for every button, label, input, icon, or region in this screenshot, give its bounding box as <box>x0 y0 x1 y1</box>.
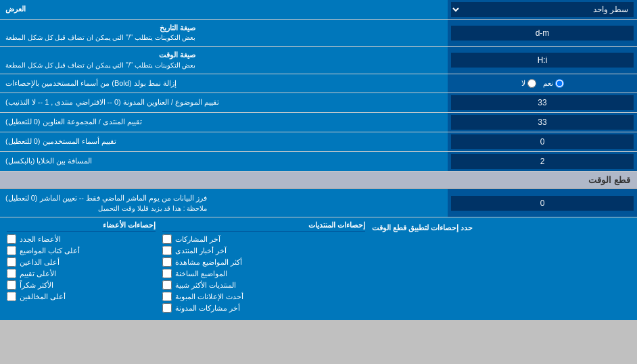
time-format-input[interactable] <box>451 53 634 68</box>
stats-item-members-6: أعلى المخالفين <box>7 292 156 301</box>
stats-item-members-3: أعلى الداعين <box>7 257 156 267</box>
usernames-sort-input[interactable] <box>451 134 634 149</box>
date-format-label: صيغة التاريخ بعض التكوينات يتطلب "/" الت… <box>0 20 448 46</box>
topic-sort-label: تقييم الموضوع / العناوين المدونة (0 -- ا… <box>0 93 448 112</box>
date-format-input[interactable] <box>451 26 634 41</box>
bold-remove-no-label: لا <box>521 79 536 88</box>
bold-remove-no-radio[interactable] <box>527 79 536 88</box>
stats-item-posts-7: أخر مشاركات المدونة <box>162 303 365 313</box>
stats-item-posts-3: أكثر المواضيع مشاهدة <box>162 257 365 267</box>
members-col-header: إحصاءات الأعضاء <box>103 221 156 229</box>
stats-item-members-4: الأعلى تقييم <box>7 269 156 278</box>
display-label: العرض <box>0 0 448 19</box>
bold-remove-yes-label: نعم <box>543 79 564 88</box>
checkbox-posts-6[interactable] <box>162 292 172 301</box>
checkbox-posts-1[interactable] <box>162 234 172 244</box>
stats-apply-label: حدد إحصاءات لتطبيق قطع الوقت <box>372 224 473 232</box>
data-filter-input-cell <box>448 189 637 217</box>
bold-remove-radio-cell: نعم لا <box>448 74 637 93</box>
usernames-sort-input-cell <box>448 132 637 151</box>
data-filter-input[interactable] <box>451 196 634 211</box>
display-select-cell: سطر واحد <box>448 0 637 19</box>
forum-sort-label: تقييم المنتدى / المجموعة العناوين (0 للت… <box>0 113 448 132</box>
checkbox-members-2[interactable] <box>7 246 16 255</box>
stats-item-posts-2: آخر أخبار المنتدى <box>162 246 365 255</box>
checkbox-posts-3[interactable] <box>162 257 172 267</box>
forum-sort-input[interactable] <box>451 115 634 130</box>
time-format-label: صيغة الوقت بعض التكوينات يتطلب "/" التي … <box>0 47 448 73</box>
stats-item-posts-4: المواضيع الساخنة <box>162 269 365 278</box>
checkbox-members-1[interactable] <box>7 234 16 244</box>
time-format-input-cell <box>448 47 637 73</box>
forum-sort-input-cell <box>448 113 637 132</box>
stats-section: حدد إحصاءات لتطبيق قطع الوقت إحصاءات الم… <box>0 217 637 320</box>
stats-item-posts-5: المنتديات الأكثر شبية <box>162 280 365 290</box>
date-format-input-cell <box>448 20 637 46</box>
checkbox-posts-7[interactable] <box>162 303 172 313</box>
cell-spacing-input-cell <box>448 152 637 171</box>
stats-item-members-1: الأعضاء الجدد <box>7 234 156 244</box>
bold-remove-yes-radio[interactable] <box>555 79 564 88</box>
topic-sort-input-cell <box>448 93 637 112</box>
stats-item-members-2: أعلى كتاب المواضيع <box>7 246 156 255</box>
checkbox-members-5[interactable] <box>7 280 16 290</box>
cell-spacing-label: المسافة بين الخلايا (بالبكسل) <box>0 152 448 171</box>
topic-sort-input[interactable] <box>451 95 634 110</box>
checkbox-posts-4[interactable] <box>162 269 172 278</box>
checkbox-members-6[interactable] <box>7 292 16 301</box>
stats-item-members-5: الأكثر شكراً <box>7 280 156 290</box>
checkbox-members-3[interactable] <box>7 257 16 267</box>
usernames-sort-label: تقييم أسماء المستخدمين (0 للتعطيل) <box>0 132 448 151</box>
cutoff-section-header: قطع الوقت <box>0 172 637 189</box>
checkbox-posts-5[interactable] <box>162 280 172 290</box>
checkbox-posts-2[interactable] <box>162 246 172 255</box>
posts-col-header: إحصاءات المنتديات <box>308 221 365 229</box>
cell-spacing-input[interactable] <box>451 154 634 169</box>
stats-item-posts-6: أحدث الإعلانات المبوبة <box>162 292 365 301</box>
stats-item-posts-1: آخر المشاركات <box>162 234 365 244</box>
display-select[interactable]: سطر واحد <box>451 2 634 17</box>
checkbox-members-4[interactable] <box>7 269 16 278</box>
bold-remove-label: إزالة نمط بولد (Bold) من أسماء المستخدمي… <box>0 74 448 93</box>
data-filter-label: فرز البيانات من يوم الماشر الماضي فقط --… <box>0 189 448 217</box>
